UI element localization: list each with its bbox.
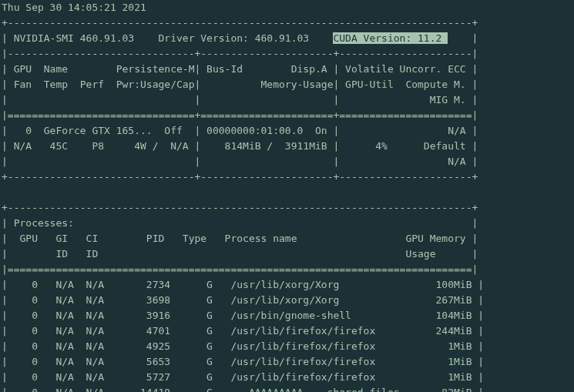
- cuda-version: CUDA Version: 11.2: [333, 32, 448, 44]
- timestamp: Thu Sep 30 14:05:21 2021: [2, 2, 146, 13]
- nvidia-smi-output: Thu Sep 30 14:05:21 2021 +--------------…: [0, 0, 574, 392]
